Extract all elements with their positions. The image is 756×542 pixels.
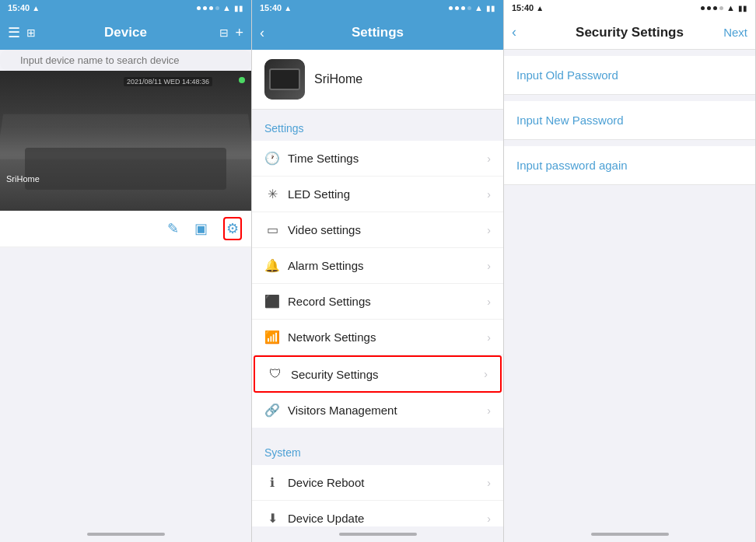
search-bar: 🔍	[0, 50, 251, 71]
settings-gear-icon[interactable]: ⚙	[223, 217, 242, 240]
settings-group-main: 🕐 Time Settings › ✳ LED Setting › ▭ Vide…	[252, 141, 503, 428]
monitor-icon[interactable]: ▣	[194, 220, 208, 237]
home-bar-3	[591, 533, 669, 536]
security-settings-item[interactable]: 🛡 Security Settings ›	[254, 355, 502, 393]
network-settings-item[interactable]: 📶 Network Settings ›	[252, 320, 503, 355]
camera-actions: ✎ ▣ ⚙	[0, 211, 251, 247]
search-wrapper: 🔍	[0, 50, 251, 71]
home-indicator-3	[504, 526, 755, 542]
confirm-password-row	[504, 146, 755, 185]
status-icons-3: ▲ ▮▮	[701, 3, 747, 12]
grid-icon[interactable]: ⊞	[26, 26, 36, 39]
chevron-network: ›	[487, 331, 491, 344]
back-icon-2[interactable]: ‹	[260, 25, 264, 41]
led-icon: ✳	[264, 187, 280, 201]
location-icon-3: ▲	[536, 4, 544, 12]
signal-dots-3	[701, 6, 723, 10]
alarm-label: Alarm Settings	[288, 259, 364, 272]
old-password-input[interactable]	[516, 56, 743, 94]
reboot-label: Device Reboot	[288, 476, 364, 489]
settings-group-system: ℹ Device Reboot › ⬇ Device Update ›	[252, 465, 503, 526]
new-password-row	[504, 101, 755, 140]
device-update-item[interactable]: ⬇ Device Update ›	[252, 501, 503, 526]
section-system-header: System	[252, 434, 503, 465]
visitors-icon: 🔗	[264, 403, 280, 418]
video-label: Video settings	[288, 223, 361, 236]
nav-bar-1: ☰ ⊞ Device ⊟ +	[0, 16, 251, 50]
visitors-settings-item[interactable]: 🔗 Visitors Management ›	[252, 393, 503, 428]
battery-icon-3: ▮▮	[738, 4, 747, 12]
location-icon-2: ▲	[284, 4, 292, 12]
video-icon: ▭	[264, 222, 280, 237]
home-bar-2	[339, 533, 417, 536]
video-settings-item[interactable]: ▭ Video settings ›	[252, 212, 503, 248]
signal-dots-2	[449, 6, 471, 10]
nav-bar-3: ‹ Security Settings Next	[504, 16, 755, 50]
chevron-security: ›	[484, 368, 488, 380]
chevron-visitors: ›	[487, 404, 491, 417]
status-bar-1: 15:40 ▲ ▲ ▮▮	[0, 0, 251, 16]
status-icons-1: ▲ ▮▮	[197, 3, 243, 12]
alarm-settings-item[interactable]: 🔔 Alarm Settings ›	[252, 248, 503, 284]
form-gap-top	[504, 50, 755, 56]
device-reboot-item[interactable]: ℹ Device Reboot ›	[252, 465, 503, 501]
add-device-icon[interactable]: +	[235, 25, 243, 41]
record-label: Record Settings	[288, 295, 371, 308]
led-settings-item[interactable]: ✳ LED Setting ›	[252, 177, 503, 212]
chevron-reboot: ›	[487, 477, 491, 489]
section-settings-header: Settings	[252, 110, 503, 141]
timestamp-overlay: 2021/08/11 WED 14:48:36	[124, 77, 212, 86]
camera-card: 2021/08/11 WED 14:48:36 2021/08/11 WED 1…	[0, 71, 251, 211]
record-settings-item[interactable]: ⬛ Record Settings ›	[252, 284, 503, 320]
nav-right-3: Next	[723, 26, 747, 39]
visitors-label: Visitors Management	[288, 404, 397, 417]
grid-view-icon[interactable]: ⊟	[219, 26, 229, 39]
wifi-icon-2: ▲	[474, 3, 483, 12]
nav-title-2: Settings	[352, 25, 404, 40]
chevron-led: ›	[487, 188, 491, 201]
chevron-record: ›	[487, 295, 491, 308]
wifi-icon: ▲	[222, 3, 231, 12]
menu-icon[interactable]: ☰	[8, 24, 20, 41]
network-label: Network Settings	[288, 330, 376, 344]
time-settings-item[interactable]: 🕐 Time Settings ›	[252, 141, 503, 177]
chevron-time: ›	[487, 152, 491, 165]
status-dot	[239, 77, 245, 83]
device-header: SriHome	[252, 50, 503, 110]
back-icon-3[interactable]: ‹	[512, 24, 516, 40]
security-settings-panel: 15:40 ▲ ▲ ▮▮ ‹ Security Settings Next	[504, 0, 756, 542]
new-password-input[interactable]	[516, 101, 743, 139]
led-label: LED Setting	[288, 187, 350, 201]
settings-list: Settings 🕐 Time Settings › ✳ LED Setting…	[252, 110, 503, 526]
camera-label: SriHome	[6, 174, 40, 184]
next-button[interactable]: Next	[723, 26, 747, 39]
status-icons-2: ▲ ▮▮	[449, 3, 495, 12]
edit-icon[interactable]: ✎	[167, 220, 179, 237]
security-label: Security Settings	[291, 368, 379, 381]
home-indicator-1	[0, 526, 251, 542]
confirm-password-input[interactable]	[516, 146, 743, 184]
location-icon: ▲	[32, 4, 40, 12]
old-password-row	[504, 56, 755, 95]
chevron-alarm: ›	[487, 260, 491, 272]
battery-icon: ▮▮	[234, 4, 243, 12]
form-gap-mid2	[504, 140, 755, 146]
signal-dots	[197, 6, 219, 10]
time-label: Time Settings	[288, 152, 359, 165]
status-time-2: 15:40 ▲	[260, 3, 292, 12]
network-icon: 📶	[264, 330, 280, 344]
home-indicator-2	[252, 526, 503, 542]
wifi-icon-3: ▲	[726, 3, 735, 12]
device-name: SriHome	[314, 72, 362, 86]
nav-title-3: Security Settings	[576, 25, 684, 40]
status-time-1: 15:40 ▲	[8, 3, 40, 12]
device-thumbnail	[264, 59, 305, 100]
battery-icon-2: ▮▮	[486, 4, 495, 12]
update-icon: ⬇	[264, 511, 280, 526]
nav-left-1: ☰ ⊞	[8, 24, 36, 41]
nav-right-1: ⊟ +	[219, 25, 243, 41]
search-input[interactable]	[0, 50, 251, 71]
home-bar-1	[87, 533, 165, 536]
chevron-update: ›	[487, 512, 491, 525]
status-bar-2: 15:40 ▲ ▲ ▮▮	[252, 0, 503, 16]
